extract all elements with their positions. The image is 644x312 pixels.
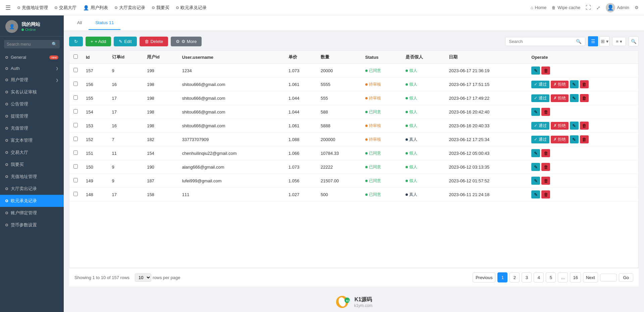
approve-button[interactable]: ✓ 通过 (531, 81, 549, 88)
sidebar-item-currency-param[interactable]: 货币参数设置 (0, 219, 64, 231)
cell-quantity: 555 (317, 91, 361, 105)
sidebar-item-i-buy[interactable]: 我要买 (0, 159, 64, 171)
row-checkbox[interactable] (73, 68, 78, 72)
row-checkbox-cell (69, 188, 82, 202)
sidebar-item-recharge-addr[interactable]: 充值地址管理 (0, 171, 64, 183)
hamburger-menu[interactable]: ☰ (5, 4, 11, 11)
home-link[interactable]: Home (531, 5, 547, 10)
wipe-cache-btn[interactable]: Wipe cache (552, 5, 580, 10)
edit-row-button[interactable]: ✎ (531, 108, 540, 116)
edit-row-button[interactable]: ✎ (531, 190, 540, 198)
row-checkbox[interactable] (73, 82, 78, 86)
page-btn-16[interactable]: 16 (570, 272, 581, 282)
add-button[interactable]: + + Add (86, 37, 111, 46)
row-checkbox[interactable] (73, 137, 78, 141)
delete-row-button[interactable]: 🗑 (580, 135, 589, 143)
page-btn-2[interactable]: 2 (509, 272, 520, 282)
delete-button[interactable]: 🗑 Delete (140, 37, 168, 46)
sidebar-item-richtext[interactable]: 富文本管理 (0, 134, 64, 146)
sidebar-item-euro-record[interactable]: 欧元承兑记录 (0, 195, 64, 207)
search-menu-input[interactable] (7, 42, 50, 47)
edit-row-button[interactable]: ✎ (531, 149, 540, 157)
expand-btn[interactable]: ⛶ (586, 5, 591, 11)
list-view-button[interactable]: ☰ (588, 36, 598, 46)
sidebar-item-trade-hall[interactable]: 交易大厅 (0, 146, 64, 159)
sidebar-item-real-name[interactable]: 实名认证审核 (0, 86, 64, 98)
row-checkbox[interactable] (73, 178, 78, 182)
rows-per-page-select[interactable]: 10 20 50 (135, 273, 151, 282)
delete-row-button[interactable]: 🗑 (541, 108, 550, 116)
column-toggle-button[interactable]: ≡ ▾ (612, 37, 626, 46)
reject-button[interactable]: ✗ 拒绝 (551, 122, 569, 130)
row-checkbox[interactable] (73, 95, 78, 100)
sidebar-item-account-bind[interactable]: 账户绑定管理 (0, 207, 64, 219)
go-to-page-input[interactable] (600, 274, 617, 281)
edit-row-button[interactable]: ✎ (570, 135, 579, 143)
sidebar-item-announcement[interactable]: 公告管理 (0, 98, 64, 110)
nav-buy[interactable]: 我要买 (152, 5, 169, 11)
more-button[interactable]: ⚙ ⚙ More (171, 37, 202, 46)
delete-row-button[interactable]: 🗑 (541, 177, 550, 185)
delete-row-button[interactable]: 🗑 (541, 66, 550, 75)
page-btn-3[interactable]: 3 (522, 272, 532, 282)
prev-page-button[interactable]: Previous (473, 272, 496, 282)
page-btn-1[interactable]: 1 (497, 272, 507, 282)
approve-button[interactable]: ✓ 通过 (531, 94, 549, 102)
delete-row-button[interactable]: 🗑 (580, 122, 589, 130)
reject-button[interactable]: ✗ 拒绝 (551, 94, 569, 102)
row-checkbox[interactable] (73, 164, 78, 169)
sidebar-item-user-mgmt[interactable]: 用户管理 ❯ (0, 74, 64, 86)
row-checkbox[interactable] (73, 109, 78, 114)
go-to-page-button[interactable]: Go (619, 273, 633, 282)
fake-dot-icon (406, 111, 408, 113)
approve-button[interactable]: ✓ 通过 (531, 136, 549, 143)
tab-status11[interactable]: Status 11 (89, 16, 120, 30)
edit-row-button[interactable]: ✎ (531, 177, 540, 185)
search-submit-button[interactable]: 🔍 (573, 37, 585, 46)
delete-row-button[interactable]: 🗑 (580, 80, 589, 88)
tab-all[interactable]: All (70, 16, 89, 30)
row-checkbox[interactable] (73, 192, 78, 196)
nav-users[interactable]: 👤 用户列表 (83, 5, 108, 11)
page-btn-4[interactable]: 4 (534, 272, 544, 282)
search-menu[interactable]: 🔍 (4, 40, 60, 48)
search-input[interactable] (505, 37, 573, 46)
edit-row-button[interactable]: ✎ (570, 122, 579, 130)
page-btn-5[interactable]: 5 (546, 272, 556, 282)
filter-button[interactable]: 🔍 (629, 36, 639, 46)
row-checkbox[interactable] (73, 123, 78, 127)
edit-row-button[interactable]: ✎ (570, 80, 579, 88)
edit-row-button[interactable]: ✎ (531, 163, 540, 171)
refresh-button[interactable]: ↻ (69, 37, 83, 46)
delete-row-button[interactable]: 🗑 (541, 163, 550, 171)
fullscreen-btn[interactable]: ⤢ (596, 5, 600, 10)
delete-row-button[interactable]: 🗑 (541, 190, 550, 198)
grid-view-button[interactable]: ⊞ ▾ (599, 36, 609, 46)
settings-btn[interactable] (635, 5, 639, 10)
status-badge: 已同意 (365, 192, 381, 197)
sidebar-item-recharge-mgmt[interactable]: 充值管理 (0, 122, 64, 134)
edit-button[interactable]: ✎ Edit (114, 37, 137, 46)
edit-row-button[interactable]: ✎ (531, 66, 540, 75)
sidebar-item-general[interactable]: General new (0, 52, 64, 63)
next-page-button[interactable]: Next (583, 272, 598, 282)
approve-button[interactable]: ✓ 通过 (531, 122, 549, 130)
nav-circle-icon (55, 6, 57, 9)
delete-row-button[interactable]: 🗑 (580, 94, 589, 102)
action-buttons: ✎ 🗑 (531, 149, 634, 157)
nav-trade[interactable]: 交易大厅 (55, 5, 76, 11)
sidebar-item-withdraw[interactable]: 提现管理 (0, 110, 64, 122)
nav-dot-icon (5, 139, 8, 142)
nav-euro[interactable]: 欧元承兑记录 (176, 5, 207, 11)
sidebar-item-hall-sell[interactable]: 大厅卖出记录 (0, 183, 64, 195)
nav-sell[interactable]: 大厅卖出记录 (115, 5, 145, 11)
admin-profile[interactable]: 👤 Admin (606, 3, 629, 12)
reject-button[interactable]: ✗ 拒绝 (551, 136, 569, 143)
select-all-checkbox[interactable] (73, 54, 78, 59)
nav-recharge[interactable]: 充值地址管理 (17, 5, 48, 11)
row-checkbox[interactable] (73, 150, 78, 155)
reject-button[interactable]: ✗ 拒绝 (551, 81, 569, 88)
sidebar-item-auth[interactable]: Auth ❯ (0, 63, 64, 74)
delete-row-button[interactable]: 🗑 (541, 149, 550, 157)
edit-row-button[interactable]: ✎ (570, 94, 579, 102)
